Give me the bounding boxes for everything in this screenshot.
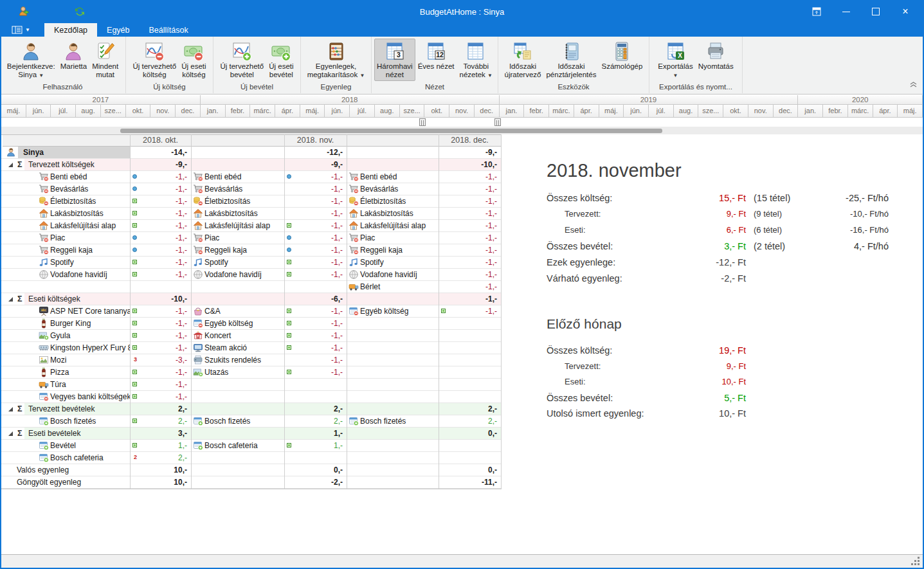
cell-label-empty[interactable] — [191, 403, 284, 415]
expand-triangle-icon[interactable] — [8, 431, 14, 437]
cell-label-empty[interactable] — [347, 147, 439, 158]
timeline-month-2018-nov[interactable]: nov. — [449, 105, 475, 118]
cell-value[interactable]: -1,- — [130, 391, 191, 402]
cell-value[interactable]: 2,- — [130, 415, 191, 427]
cell-value[interactable] — [439, 440, 501, 451]
close-button[interactable]: × — [891, 0, 920, 23]
cell-value[interactable]: -1,- — [439, 269, 501, 280]
cell-label-eseti-koltsegek[interactable]: ΣEseti költségek — [3, 293, 130, 305]
bejelentkezve-sinya-button[interactable]: Bejelentkezve:Sinya ▼ — [5, 39, 58, 82]
cell-value[interactable]: -1,- — [284, 318, 347, 329]
cell-value[interactable]: -1,- — [130, 232, 191, 244]
cell-label-lakasbiztositas[interactable]: Lakásbiztosítás — [191, 208, 284, 219]
timeline-month-2017-aug[interactable]: aug. — [76, 105, 101, 118]
timeline-month-2017-jun[interactable]: jún. — [26, 105, 51, 118]
cell-value[interactable]: -2,- — [284, 476, 347, 488]
cell-label-empty[interactable] — [347, 293, 439, 305]
cell-value[interactable]: -1,- — [284, 305, 347, 317]
uj-tervezheto-koltseg-button[interactable]: Új tervezhetőköltség — [130, 39, 179, 81]
tab-kezdolap[interactable]: Kezdőlap — [44, 23, 97, 37]
timeline-month-2018-jun[interactable]: jún. — [325, 105, 350, 118]
szamologep-button[interactable]: Számológép — [599, 39, 645, 81]
cell-value[interactable]: -1,- — [284, 354, 347, 366]
app-menu-button[interactable]: ▼ — [0, 23, 37, 37]
cell-label-eletbiztositas[interactable]: Életbiztosítás — [3, 195, 130, 207]
cell-label-reggeli-kaja[interactable]: Reggeli kaja — [3, 244, 130, 256]
cell-value[interactable]: -1,- — [130, 183, 191, 195]
cell-value[interactable]: -12,- — [284, 147, 347, 158]
cell-value[interactable]: -1,- — [439, 293, 501, 305]
cell-label-empty[interactable] — [191, 391, 284, 402]
timeline-month-2017-jul[interactable]: júl. — [51, 105, 76, 118]
expand-triangle-icon[interactable] — [8, 406, 14, 412]
cell-label-empty[interactable] — [191, 379, 284, 390]
timeline-month-2019-jan[interactable]: jan. — [500, 105, 525, 118]
cell-value[interactable]: -6,- — [284, 293, 347, 305]
cell-value[interactable]: -1,- — [284, 257, 347, 268]
cell-value[interactable]: -1,- — [284, 171, 347, 183]
nyomtatas-button[interactable]: Nyomtatás — [696, 39, 736, 81]
cell-label-lakasfelujitasi-alap[interactable]: Lakásfelújítási alap — [347, 220, 439, 231]
cell-value[interactable]: -9,- — [130, 159, 191, 170]
cell-value[interactable] — [130, 281, 191, 293]
cell-value[interactable]: -1,- — [439, 171, 501, 183]
cell-value[interactable]: 22,- — [130, 452, 191, 464]
cell-value[interactable] — [284, 379, 347, 390]
timeline-month-2018-aug[interactable]: aug. — [375, 105, 400, 118]
cell-label-empty[interactable] — [191, 281, 284, 293]
cell-value[interactable] — [439, 379, 501, 390]
timeline-month-2018-febr[interactable]: febr. — [226, 105, 251, 118]
timeline-month-2017-maj[interactable]: máj. — [1, 105, 26, 118]
tovabbi-nezetek-button[interactable]: Továbbinézetek ▼ — [457, 39, 495, 82]
cell-value[interactable] — [439, 366, 501, 378]
cell-label-piac[interactable]: Piac — [3, 232, 130, 244]
cell-value[interactable]: -1,- — [130, 366, 191, 378]
cell-value[interactable] — [284, 452, 347, 464]
cell-label-asp-net-core-tananyag[interactable]: abcASP NET Core tananyag — [3, 305, 130, 317]
cell-label-egyeb-koltseg[interactable]: Egyéb költség — [191, 318, 284, 329]
cell-value[interactable]: -1,- — [130, 305, 191, 317]
cell-value[interactable]: -1,- — [439, 281, 501, 293]
cell-value[interactable]: -14,- — [130, 147, 191, 158]
timeline-month-2020-apr[interactable]: ápr. — [873, 105, 898, 118]
cell-label-lakasfelujitasi-alap[interactable]: Lakásfelújítási alap — [191, 220, 284, 231]
timeline-month-2019-marc[interactable]: márc. — [549, 105, 574, 118]
timeline-month-2017-sze[interactable]: sze... — [101, 105, 126, 118]
cell-value[interactable]: -1,- — [130, 318, 191, 329]
cell-label-bevasarlas[interactable]: Bevásárlás — [191, 183, 284, 195]
cell-label-steam-akcio[interactable]: Steam akció — [191, 342, 284, 354]
cell-value[interactable]: 10,- — [130, 476, 191, 488]
exportalas-button[interactable]: X Exportálás▼ — [655, 39, 695, 82]
cell-value[interactable]: -1,- — [130, 269, 191, 280]
cell-value[interactable]: -1,- — [439, 257, 501, 268]
cell-label-gyula[interactable]: Gyula — [3, 330, 130, 341]
range-end-handle[interactable] — [494, 118, 501, 126]
timeline-month-2020-maj[interactable]: máj. — [898, 105, 923, 118]
cell-label-empty[interactable] — [191, 464, 284, 476]
cell-label-empty[interactable] — [347, 452, 439, 464]
timeline-month-2018-dec[interactable]: dec. — [475, 105, 500, 118]
cell-value[interactable]: -1,- — [130, 342, 191, 354]
cell-label-bevasarlas[interactable]: Bevásárlás — [347, 183, 439, 195]
cell-value[interactable]: -1,- — [439, 232, 501, 244]
cell-label-empty[interactable] — [347, 476, 439, 488]
cell-label-gongyolt-egyenleg[interactable]: Göngyölt egyenleg — [3, 476, 130, 488]
cell-label-valos-egyenleg[interactable]: Valós egyenleg — [3, 464, 130, 476]
cell-label-piac[interactable]: Piac — [191, 232, 284, 244]
cell-label-reggeli-kaja[interactable]: Reggeli kaja — [347, 244, 439, 256]
timeline-scrollbar[interactable] — [0, 127, 924, 134]
cell-value[interactable]: -1,- — [284, 330, 347, 341]
cell-value[interactable]: -1,- — [439, 244, 501, 256]
cell-value[interactable]: -10,- — [130, 293, 191, 305]
cell-label-empty[interactable] — [191, 452, 284, 464]
cell-label-eseti-bevetelek[interactable]: ΣEseti bevételek — [3, 428, 130, 439]
cell-label-bosch-fizetes[interactable]: Bosch fizetés — [347, 415, 439, 427]
egyenlegek-megtakaritasok-button[interactable]: Egyenlegek,megtakarítások ▼ — [305, 39, 368, 82]
cell-label-bosch-cafeteria[interactable]: Bosch cafeteria — [191, 440, 284, 451]
cell-label-vodafone-havidij[interactable]: Vodafone havidíj — [347, 269, 439, 280]
cell-label-empty[interactable] — [347, 330, 439, 341]
cell-value[interactable]: -1,- — [130, 195, 191, 207]
timeline-month-2018-jan[interactable]: jan. — [201, 105, 226, 118]
cell-label-burger-king[interactable]: Burger King — [3, 318, 130, 329]
cell-label-empty[interactable] — [191, 428, 284, 439]
